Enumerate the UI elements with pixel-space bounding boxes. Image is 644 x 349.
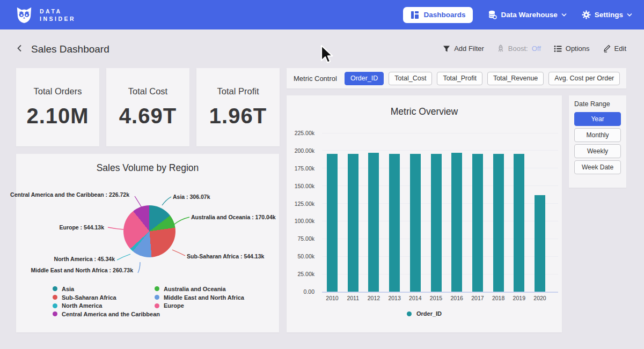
- bar-chart-legend[interactable]: Order_ID: [287, 310, 562, 317]
- bar-2017[interactable]: [472, 154, 483, 292]
- pie-label-australia-and-oceania: Australia and Oceania : 170.04k: [191, 214, 276, 220]
- owl-logo-icon: [15, 6, 33, 24]
- metric-option-order-id[interactable]: Order_ID: [345, 72, 384, 85]
- metric-option-total-revenue[interactable]: Total_Revenue: [487, 72, 544, 85]
- legend-item-europe[interactable]: Europe: [155, 301, 244, 310]
- database-icon: [488, 10, 497, 19]
- x-axis-tick: 2020: [529, 295, 551, 301]
- brand-name: DATA INSIDER: [40, 8, 76, 23]
- metric-option-total-profit[interactable]: Total_Profit: [437, 72, 482, 85]
- pie-legend-column-1: AsiaSub-Saharan AfricaNorth AmericaCentr…: [53, 285, 160, 318]
- legend-label: Europe: [164, 302, 184, 309]
- pie-leader-line: [108, 227, 123, 229]
- x-axis-tick: 2019: [508, 295, 530, 301]
- dashboards-button[interactable]: Dashboards: [403, 7, 473, 23]
- rocket-icon: [497, 44, 504, 53]
- date-range-option-week-date[interactable]: Week Date: [574, 160, 621, 174]
- x-axis-tick: 2012: [363, 295, 384, 301]
- legend-item-sub-saharan-africa[interactable]: Sub-Saharan Africa: [53, 293, 160, 302]
- kpi-value: 2.10M: [26, 104, 89, 128]
- pie-label-middle-east-and-north-africa: Middle East and North Africa : 260.73k: [31, 267, 133, 273]
- metric-control-bar: Metric Control Order_IDTotal_CostTotal_P…: [287, 68, 626, 88]
- kpi-card-total-orders: Total Orders 2.10M: [16, 68, 99, 146]
- legend-label: Central America and the Caribbean: [62, 311, 160, 317]
- kpi-value: 1.96T: [209, 104, 267, 128]
- bar-2019[interactable]: [514, 154, 524, 292]
- x-axis-tick: 2011: [342, 295, 364, 301]
- x-axis-tick: 2013: [384, 295, 405, 301]
- y-axis-tick: 150.00k: [287, 183, 314, 189]
- kpi-card-total-cost: Total Cost 4.69T: [106, 68, 189, 146]
- date-range-label: Date Range: [574, 100, 621, 108]
- legend-dot: [53, 286, 57, 291]
- x-axis-tick: 2014: [405, 295, 426, 301]
- legend-item-north-america[interactable]: North America: [53, 301, 160, 310]
- bar-2016[interactable]: [451, 153, 462, 292]
- header-actions: Add Filter Boost: Off Options: [443, 44, 626, 53]
- legend-item-middle-east-and-north-africa[interactable]: Middle East and North Africa: [155, 293, 244, 302]
- sales-volume-card: Sales Volume by Region Asia : 306.07kAus…: [16, 154, 279, 332]
- y-axis-tick: 50.00k: [287, 253, 314, 259]
- boost-toggle[interactable]: Boost: Off: [497, 44, 541, 53]
- kpi-label: Total Profit: [217, 86, 259, 96]
- metric-overview-card: Metric Overview 0.0025.00k50.00k75.00k10…: [287, 95, 562, 332]
- legend-dot: [407, 311, 412, 316]
- pencil-icon: [603, 44, 611, 53]
- brand-logo[interactable]: DATA INSIDER: [15, 6, 76, 24]
- bar-2011[interactable]: [348, 154, 358, 292]
- gridline: [322, 150, 558, 151]
- pie-leader-line: [135, 196, 142, 207]
- bar-2015[interactable]: [431, 154, 442, 292]
- legend-label: Sub-Saharan Africa: [62, 294, 116, 301]
- bar-2014[interactable]: [410, 154, 421, 292]
- legend-dot: [155, 295, 159, 300]
- top-navbar: DATA INSIDER Dashboards: [0, 0, 644, 29]
- gridline: [322, 133, 558, 133]
- date-range-option-weekly[interactable]: Weekly: [574, 144, 621, 158]
- bar-2010[interactable]: [327, 154, 338, 292]
- edit-button[interactable]: Edit: [603, 44, 626, 53]
- date-range-option-monthly[interactable]: Monthly: [574, 128, 621, 142]
- pie-label-north-america: North America : 45.34k: [54, 256, 115, 262]
- legend-item-central-america-and-the-caribbean[interactable]: Central America and the Caribbean: [53, 310, 160, 318]
- pie-label-europe: Europe : 544.13k: [60, 224, 104, 231]
- kpi-label: Total Cost: [128, 86, 167, 96]
- pie-label-asia: Asia : 306.07k: [173, 194, 210, 200]
- x-axis-tick: 2017: [467, 295, 488, 301]
- x-axis-tick: 2018: [488, 295, 509, 301]
- bar-chart-title: Metric Overview: [287, 106, 562, 117]
- options-button[interactable]: Options: [554, 44, 590, 53]
- x-axis-tick: 2010: [321, 295, 343, 301]
- y-axis-tick: 175.00k: [287, 165, 314, 172]
- bar-2012[interactable]: [368, 153, 379, 292]
- back-button[interactable]: [15, 43, 25, 53]
- pie-leader-line: [117, 254, 130, 260]
- date-range-option-year[interactable]: Year: [574, 112, 621, 126]
- legend-item-asia[interactable]: Asia: [53, 285, 160, 293]
- data-warehouse-menu[interactable]: Data Warehouse: [488, 10, 566, 19]
- bar-2020[interactable]: [535, 195, 545, 292]
- pie-leader-line: [174, 217, 189, 225]
- settings-label: Settings: [595, 11, 623, 19]
- legend-dot: [53, 295, 57, 300]
- x-axis-tick: 2015: [426, 295, 447, 301]
- settings-menu[interactable]: Settings: [582, 10, 632, 19]
- data-warehouse-label: Data Warehouse: [501, 11, 557, 19]
- page-title: Sales Dashboard: [31, 43, 109, 55]
- pie-label-central-america-and-the-caribbean: Central America and the Caribbean : 226.…: [10, 191, 129, 198]
- legend-item-australia-and-oceania[interactable]: Australia and Oceania: [155, 285, 244, 293]
- bar-2018[interactable]: [493, 154, 504, 292]
- chevron-down-icon: [627, 13, 632, 17]
- dashboard-grid-icon: [411, 11, 419, 19]
- add-filter-button[interactable]: Add Filter: [443, 44, 484, 53]
- legend-label: Australia and Oceania: [164, 286, 226, 292]
- metric-buttons-group: Order_IDTotal_CostTotal_ProfitTotal_Reve…: [345, 72, 620, 85]
- chevron-down-icon: [561, 13, 567, 17]
- metric-option-avg-cost-per-order[interactable]: Avg. Cost per Order: [548, 72, 620, 85]
- add-filter-label: Add Filter: [454, 44, 484, 53]
- dashboards-label: Dashboards: [423, 11, 465, 19]
- edit-label: Edit: [614, 44, 626, 53]
- bar-2013[interactable]: [389, 154, 400, 292]
- nav-right-group: Dashboards Data Warehouse: [403, 7, 632, 23]
- metric-option-total-cost[interactable]: Total_Cost: [389, 72, 432, 85]
